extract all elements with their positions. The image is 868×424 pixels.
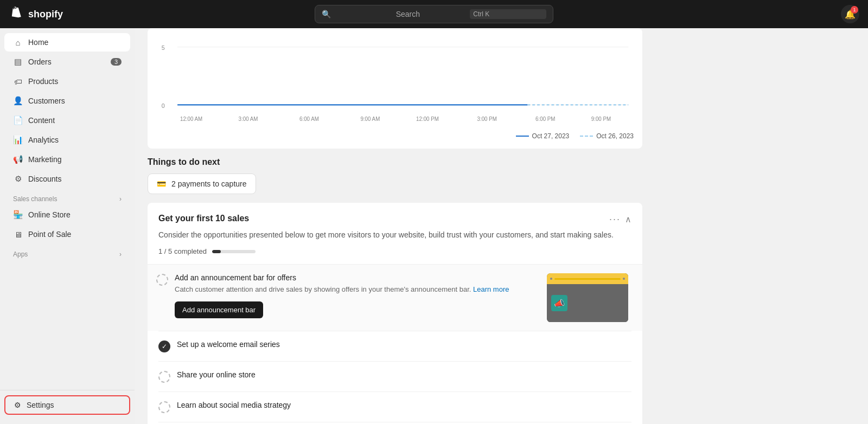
sidebar-item-discounts[interactable]: ⚙ Discounts: [4, 170, 130, 188]
discounts-icon: ⚙: [13, 174, 23, 184]
progress-text: 1 / 5 completed: [158, 247, 207, 255]
task-circle-announcement: [156, 274, 168, 286]
task-title-welcome: Set up a welcome email series: [177, 340, 631, 349]
sidebar-label-home: Home: [28, 38, 48, 47]
task-title-social: Learn about social media strategy: [177, 401, 631, 409]
sidebar-label-content: Content: [28, 116, 55, 125]
notification-badge: 1: [851, 6, 858, 14]
shopify-logo[interactable]: shopify: [9, 7, 63, 22]
sidebar-item-analytics[interactable]: 📊 Analytics: [4, 131, 130, 149]
payments-button[interactable]: 💳 2 payments to capture: [148, 174, 256, 194]
sidebar-item-customers[interactable]: 👤 Customers: [4, 92, 130, 110]
settings-icon: ⚙: [14, 401, 21, 409]
sidebar-item-content[interactable]: 📄 Content: [4, 111, 130, 130]
legend-label-oct26: Oct 26, 2023: [596, 132, 634, 140]
svg-text:0: 0: [162, 102, 165, 109]
task-circle-welcome: ✓: [158, 341, 170, 352]
task-welcome-email[interactable]: ✓ Set up a welcome email series: [158, 331, 631, 361]
sidebar-item-orders[interactable]: ▤ Orders 3: [4, 53, 130, 71]
logo-text: shopify: [28, 9, 63, 20]
header-actions: ··· ∧: [609, 214, 631, 225]
sales-card-header: Get your first 10 sales ··· ∧: [158, 214, 631, 225]
progress-bar: [212, 250, 256, 253]
svg-text:5: 5: [162, 44, 165, 52]
sidebar-label-discounts: Discounts: [28, 175, 61, 183]
payments-label: 2 payments to capture: [171, 179, 247, 188]
legend-line-solid: [516, 136, 529, 137]
more-options-button[interactable]: ···: [609, 214, 621, 225]
home-icon: ⌂: [13, 37, 23, 47]
sidebar-item-point-of-sale[interactable]: 🖥 Point of Sale: [4, 225, 130, 243]
layout: ⌂ Home ▤ Orders 3 🏷 Products 👤 Customers…: [0, 28, 868, 424]
sidebar-item-home[interactable]: ⌂ Home: [4, 33, 130, 52]
sales-card: Get your first 10 sales ··· ∧ Consider t…: [148, 203, 642, 424]
search-icon: 🔍: [322, 10, 392, 18]
task-desc-announcement: Catch customer attention and drive sales…: [175, 284, 538, 295]
chart-container: 5 0 12:00 AM 3:00 AM 6:00 AM 9:00 AM 12:…: [156, 41, 634, 128]
search-shortcut: Ctrl K: [470, 9, 546, 19]
svg-text:9:00 AM: 9:00 AM: [360, 116, 380, 122]
task-desc-text: Catch customer attention and drive sales…: [175, 285, 473, 293]
pos-icon: 🖥: [13, 229, 23, 239]
main-inner: 5 0 12:00 AM 3:00 AM 6:00 AM 9:00 AM 12:…: [135, 28, 655, 424]
main-content: 5 0 12:00 AM 3:00 AM 6:00 AM 9:00 AM 12:…: [135, 28, 868, 424]
task-content-welcome: Set up a welcome email series: [177, 340, 631, 351]
task-tiktok[interactable]: Drive traffic with TikTok: [158, 422, 631, 424]
apps-section: Apps ›: [0, 244, 135, 260]
task-content-announcement: Add an announcement bar for offers Catch…: [175, 273, 538, 318]
svg-text:3:00 PM: 3:00 PM: [477, 116, 497, 122]
customers-icon: 👤: [13, 96, 23, 106]
marketing-icon: 📢: [13, 155, 23, 164]
products-icon: 🏷: [13, 76, 23, 86]
content-icon: 📄: [13, 115, 23, 125]
sidebar-label-marketing: Marketing: [28, 155, 61, 164]
mock-content: 📣: [547, 284, 628, 322]
search-placeholder: Search: [396, 10, 466, 18]
expand-icon[interactable]: ›: [119, 195, 122, 203]
progress-bar-fill: [212, 250, 221, 253]
legend-oct27: Oct 27, 2023: [516, 132, 570, 140]
sidebar-label-analytics: Analytics: [28, 136, 59, 144]
legend-label-oct27: Oct 27, 2023: [532, 132, 570, 140]
online-store-icon: 🏪: [13, 210, 23, 220]
task-content-social: Learn about social media strategy: [177, 401, 631, 412]
sales-card-title: Get your first 10 sales: [158, 214, 249, 223]
task-title-announcement: Add an announcement bar for offers: [175, 273, 538, 282]
sales-card-title-area: Get your first 10 sales: [158, 214, 249, 223]
learn-more-link[interactable]: Learn more: [473, 285, 509, 293]
topbar: shopify 🔍 Search Ctrl K 🔔 1: [0, 0, 868, 28]
legend-oct26: Oct 26, 2023: [580, 132, 634, 140]
mock-bar: [547, 273, 628, 284]
sidebar-item-marketing[interactable]: 📢 Marketing: [4, 150, 130, 169]
sales-card-description: Consider the opportunities presented bel…: [158, 229, 631, 241]
chart-legend: Oct 27, 2023 Oct 26, 2023: [156, 132, 634, 140]
sidebar-item-products[interactable]: 🏷 Products: [4, 72, 130, 91]
legend-line-dashed: [580, 136, 593, 137]
task-content-share: Share your online store: [177, 370, 631, 381]
sidebar-label-orders: Orders: [28, 57, 52, 66]
task-share-store[interactable]: Share your online store: [158, 361, 631, 391]
svg-text:6:00 PM: 6:00 PM: [535, 116, 555, 122]
sidebar-label-online-store: Online Store: [28, 210, 71, 219]
notification-button[interactable]: 🔔 1: [841, 5, 859, 23]
task-image-announcement: 📣: [547, 273, 634, 322]
add-announcement-bar-button[interactable]: Add announcement bar: [175, 301, 263, 318]
megaphone-icon: 📣: [551, 295, 567, 311]
task-announcement-bar: Add an announcement bar for offers Catch…: [148, 264, 642, 331]
apps-label: Apps: [13, 250, 28, 258]
search-bar[interactable]: 🔍 Search Ctrl K: [315, 5, 553, 23]
sales-channels-label: Sales channels: [13, 195, 57, 203]
sidebar-bottom: ⚙ Settings: [0, 390, 135, 420]
sidebar-item-online-store[interactable]: 🏪 Online Store: [4, 205, 130, 224]
collapse-button[interactable]: ∧: [625, 214, 631, 224]
progress-row: 1 / 5 completed: [158, 247, 631, 255]
announcement-mockup: 📣: [547, 273, 628, 322]
sidebar-item-settings[interactable]: ⚙ Settings: [4, 395, 130, 415]
svg-text:9:00 PM: 9:00 PM: [591, 116, 611, 122]
svg-text:3:00 AM: 3:00 AM: [239, 116, 258, 122]
task-social-media[interactable]: Learn about social media strategy: [158, 391, 631, 422]
apps-expand-icon[interactable]: ›: [119, 250, 122, 258]
sidebar-label-pos: Point of Sale: [28, 230, 71, 239]
sidebar-label-settings: Settings: [27, 401, 54, 409]
chart-card: 5 0 12:00 AM 3:00 AM 6:00 AM 9:00 AM 12:…: [148, 28, 642, 149]
